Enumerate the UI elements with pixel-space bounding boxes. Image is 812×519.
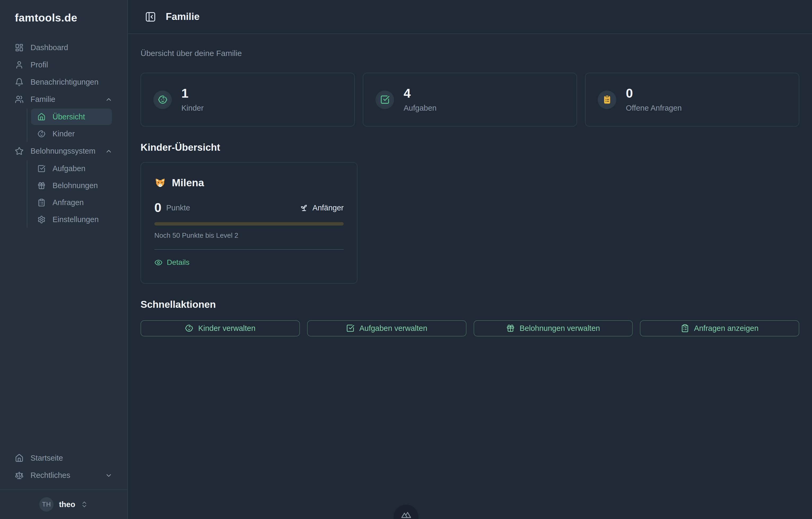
stat-card-kinder: 1 Kinder [141, 73, 355, 127]
sidebar-item-label: Einstellungen [53, 215, 99, 224]
child-details-link[interactable]: Details [154, 258, 190, 267]
level-progress-note: Noch 50 Punkte bis Level 2 [154, 231, 344, 240]
gear-icon [37, 215, 46, 224]
stat-texts: 0 Offene Anfragen [626, 87, 682, 112]
stat-texts: 4 Aufgaben [404, 87, 436, 112]
child-level-label: Anfänger [312, 203, 344, 212]
stat-texts: 1 Kinder [181, 87, 204, 112]
sidebar-item-rechtliches[interactable]: Rechtliches [7, 467, 120, 484]
child-name-row: Milena [154, 177, 344, 189]
sidebar-item-aufgaben[interactable]: Aufgaben [31, 160, 112, 177]
sidebar-item-label: Kinder [53, 130, 75, 138]
sidebar-item-einstellungen[interactable]: Einstellungen [31, 211, 112, 228]
belohnung-subnav: Aufgaben Belohnungen Anfragen [27, 160, 112, 228]
dashboard-icon [15, 43, 24, 52]
clipboard-icon [598, 90, 616, 109]
sidebar-footer-nav: Startseite Rechtliches [0, 449, 127, 489]
child-points-value: 0 [154, 201, 162, 214]
manage-children-button[interactable]: Kinder verwalten [141, 320, 300, 336]
chevron-down-icon [105, 472, 112, 479]
stat-value: 4 [404, 87, 436, 100]
sidebar-item-belohnungen[interactable]: Belohnungen [31, 177, 112, 194]
sidebar-item-label: Belohnungssystem [30, 147, 95, 156]
user-menu[interactable]: TH theo [0, 489, 127, 519]
sidebar-item-label: Familie [30, 95, 55, 104]
fox-emoji-icon [154, 177, 166, 189]
sidebar-item-startseite[interactable]: Startseite [7, 449, 120, 467]
sidebar-nav: Dashboard Profil Benachrichtigungen Fami… [0, 31, 127, 449]
page-content: Übersicht über deine Familie 1 Kinder [128, 34, 812, 519]
sidebar-item-label: Startseite [30, 454, 63, 463]
child-points-row: 0 Punkte Anfänger [154, 201, 344, 214]
stat-value: 0 [626, 87, 682, 100]
page-header: Familie [128, 0, 812, 34]
stat-label: Offene Anfragen [626, 104, 682, 112]
sidebar-collapse-button[interactable] [145, 11, 156, 23]
users-icon [15, 95, 24, 104]
sidebar-item-benachrichtigungen[interactable]: Benachrichtigungen [7, 74, 120, 91]
bell-icon [15, 78, 24, 86]
house-icon [15, 454, 24, 463]
children-section-title: Kinder-Übersicht [141, 142, 799, 153]
sidebar-item-label: Übersicht [53, 112, 85, 121]
page-subtitle: Übersicht über deine Familie [141, 49, 799, 58]
gift-icon [37, 182, 46, 190]
baby-icon [185, 324, 193, 332]
sidebar-item-label: Benachrichtigungen [30, 78, 98, 86]
sidebar-item-anfragen[interactable]: Anfragen [31, 194, 112, 211]
stat-value: 1 [181, 87, 204, 100]
scale-icon [15, 471, 24, 480]
sidebar-item-label: Rechtliches [30, 471, 70, 480]
sidebar-item-label: Profil [30, 60, 48, 69]
show-requests-button[interactable]: Anfragen anzeigen [640, 320, 799, 336]
chevron-up-icon [105, 96, 112, 103]
sidebar-item-kinder[interactable]: Kinder [31, 126, 112, 142]
level-progress-bar [154, 222, 344, 225]
page-title: Familie [166, 11, 200, 22]
chevrons-up-down-icon [81, 501, 88, 508]
avatar: TH [39, 497, 54, 512]
clipboard-list-icon [37, 198, 46, 207]
stat-card-aufgaben: 4 Aufgaben [363, 73, 577, 127]
mountains-icon [400, 509, 412, 519]
baby-icon [37, 130, 46, 138]
app-window: famtools.de Dashboard Profil Benachricht… [0, 0, 812, 519]
user-name: theo [59, 500, 75, 509]
sprout-icon [300, 204, 308, 212]
square-check-icon [37, 165, 46, 173]
familie-subnav: Übersicht Kinder [27, 109, 112, 142]
child-details-label: Details [167, 258, 190, 267]
house-icon [37, 113, 46, 121]
sidebar: famtools.de Dashboard Profil Benachricht… [0, 0, 128, 519]
card-divider [154, 249, 344, 250]
eye-icon [154, 258, 163, 267]
manage-rewards-button[interactable]: Belohnungen verwalten [474, 320, 633, 336]
sidebar-item-uebersicht[interactable]: Übersicht [31, 109, 112, 125]
child-card-milena: Milena 0 Punkte Anfänger Noch 50 Punkte … [141, 162, 357, 284]
stat-label: Aufgaben [404, 104, 436, 112]
child-points-label: Punkte [166, 203, 190, 212]
stats-row: 1 Kinder 4 Aufgaben [141, 73, 799, 127]
star-icon [15, 147, 24, 156]
square-check-icon [346, 324, 354, 332]
brand-logo: famtools.de [0, 0, 127, 31]
sidebar-item-profil[interactable]: Profil [7, 56, 120, 74]
gift-icon [506, 324, 515, 332]
stat-card-offene-anfragen: 0 Offene Anfragen [585, 73, 799, 127]
sidebar-item-label: Dashboard [30, 43, 68, 52]
manage-tasks-button[interactable]: Aufgaben verwalten [307, 320, 466, 336]
sidebar-item-dashboard[interactable]: Dashboard [7, 39, 120, 56]
square-check-icon [376, 90, 394, 109]
user-icon [15, 60, 24, 69]
main-area: Familie Übersicht über deine Familie 1 K… [128, 0, 812, 519]
sidebar-item-label: Aufgaben [53, 164, 85, 173]
child-level-badge: Anfänger [300, 203, 344, 212]
quick-actions-title: Schnellaktionen [141, 299, 799, 310]
sidebar-item-label: Anfragen [53, 198, 84, 207]
sidebar-item-belohnungssystem[interactable]: Belohnungssystem [7, 142, 120, 160]
quick-actions-row: Kinder verwalten Aufgaben verwalten Belo… [141, 320, 799, 336]
sidebar-item-familie[interactable]: Familie [7, 91, 120, 108]
clipboard-list-icon [681, 324, 689, 332]
baby-icon [153, 90, 172, 109]
sidebar-item-label: Belohnungen [53, 181, 98, 190]
